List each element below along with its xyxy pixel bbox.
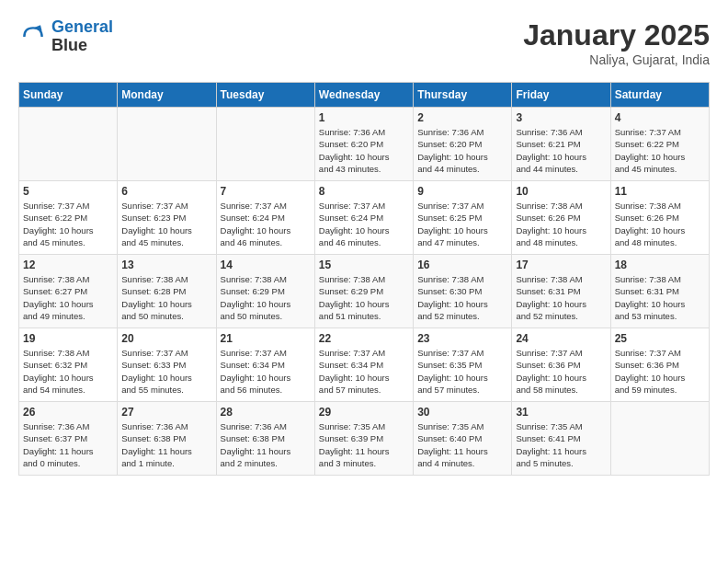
calendar-cell: 7Sunrise: 7:37 AM Sunset: 6:24 PM Daylig… bbox=[216, 181, 314, 255]
day-info: Sunrise: 7:36 AM Sunset: 6:21 PM Dayligh… bbox=[516, 126, 606, 175]
logo-text: General Blue bbox=[51, 18, 113, 55]
calendar-cell: 3Sunrise: 7:36 AM Sunset: 6:21 PM Daylig… bbox=[512, 108, 610, 181]
day-number: 27 bbox=[121, 406, 211, 419]
calendar-cell bbox=[216, 108, 314, 181]
week-row-4: 19Sunrise: 7:38 AM Sunset: 6:32 PM Dayli… bbox=[19, 328, 710, 402]
calendar-cell: 12Sunrise: 7:38 AM Sunset: 6:27 PM Dayli… bbox=[19, 255, 118, 328]
day-info: Sunrise: 7:37 AM Sunset: 6:36 PM Dayligh… bbox=[516, 347, 606, 396]
calendar-cell: 23Sunrise: 7:37 AM Sunset: 6:35 PM Dayli… bbox=[414, 328, 512, 402]
calendar-table: SundayMondayTuesdayWednesdayThursdayFrid… bbox=[18, 82, 710, 476]
day-info: Sunrise: 7:37 AM Sunset: 6:33 PM Dayligh… bbox=[121, 347, 211, 396]
header-tuesday: Tuesday bbox=[216, 83, 314, 108]
day-number: 10 bbox=[516, 185, 606, 198]
day-info: Sunrise: 7:35 AM Sunset: 6:41 PM Dayligh… bbox=[516, 420, 606, 469]
day-number: 20 bbox=[121, 332, 211, 345]
week-row-3: 12Sunrise: 7:38 AM Sunset: 6:27 PM Dayli… bbox=[19, 255, 710, 328]
header-sunday: Sunday bbox=[19, 83, 118, 108]
header-monday: Monday bbox=[118, 83, 216, 108]
calendar-cell bbox=[118, 108, 216, 181]
calendar-cell: 20Sunrise: 7:37 AM Sunset: 6:33 PM Dayli… bbox=[118, 328, 216, 402]
logo: General Blue bbox=[18, 18, 113, 55]
day-number: 3 bbox=[516, 111, 606, 124]
day-number: 15 bbox=[319, 259, 409, 271]
day-number: 18 bbox=[615, 259, 705, 271]
day-number: 14 bbox=[221, 259, 311, 271]
day-number: 17 bbox=[516, 259, 606, 271]
day-number: 7 bbox=[221, 185, 311, 198]
header-thursday: Thursday bbox=[414, 83, 512, 108]
logo-icon bbox=[18, 22, 48, 52]
calendar-cell: 26Sunrise: 7:36 AM Sunset: 6:37 PM Dayli… bbox=[19, 402, 118, 476]
day-number: 31 bbox=[516, 406, 606, 419]
day-number: 13 bbox=[121, 259, 211, 271]
header-friday: Friday bbox=[512, 83, 610, 108]
day-number: 5 bbox=[23, 185, 113, 198]
day-info: Sunrise: 7:37 AM Sunset: 6:25 PM Dayligh… bbox=[417, 200, 507, 248]
calendar-cell: 9Sunrise: 7:37 AM Sunset: 6:25 PM Daylig… bbox=[414, 181, 512, 255]
day-number: 21 bbox=[221, 332, 311, 345]
calendar-subtitle: Naliya, Gujarat, India bbox=[523, 52, 710, 67]
calendar-cell: 13Sunrise: 7:38 AM Sunset: 6:28 PM Dayli… bbox=[118, 255, 216, 328]
calendar-cell: 4Sunrise: 7:37 AM Sunset: 6:22 PM Daylig… bbox=[610, 108, 709, 181]
calendar-cell: 5Sunrise: 7:37 AM Sunset: 6:22 PM Daylig… bbox=[19, 181, 118, 255]
calendar-cell bbox=[19, 108, 118, 181]
day-info: Sunrise: 7:37 AM Sunset: 6:22 PM Dayligh… bbox=[615, 126, 705, 175]
day-number: 24 bbox=[516, 332, 606, 345]
calendar-cell: 21Sunrise: 7:37 AM Sunset: 6:34 PM Dayli… bbox=[216, 328, 314, 402]
calendar-cell: 16Sunrise: 7:38 AM Sunset: 6:30 PM Dayli… bbox=[414, 255, 512, 328]
day-info: Sunrise: 7:37 AM Sunset: 6:36 PM Dayligh… bbox=[615, 347, 705, 396]
day-info: Sunrise: 7:38 AM Sunset: 6:26 PM Dayligh… bbox=[615, 200, 705, 248]
day-number: 1 bbox=[319, 111, 409, 124]
day-number: 28 bbox=[221, 406, 311, 419]
day-info: Sunrise: 7:36 AM Sunset: 6:38 PM Dayligh… bbox=[221, 420, 311, 469]
day-number: 29 bbox=[319, 406, 409, 419]
day-info: Sunrise: 7:38 AM Sunset: 6:27 PM Dayligh… bbox=[23, 273, 113, 322]
day-info: Sunrise: 7:38 AM Sunset: 6:31 PM Dayligh… bbox=[516, 273, 606, 322]
calendar-title: January 2025 bbox=[523, 18, 710, 52]
week-row-5: 26Sunrise: 7:36 AM Sunset: 6:37 PM Dayli… bbox=[19, 402, 710, 476]
day-info: Sunrise: 7:35 AM Sunset: 6:39 PM Dayligh… bbox=[319, 420, 409, 469]
day-info: Sunrise: 7:36 AM Sunset: 6:20 PM Dayligh… bbox=[417, 126, 507, 175]
day-info: Sunrise: 7:38 AM Sunset: 6:31 PM Dayligh… bbox=[615, 273, 705, 322]
week-row-2: 5Sunrise: 7:37 AM Sunset: 6:22 PM Daylig… bbox=[19, 181, 710, 255]
day-number: 6 bbox=[121, 185, 211, 198]
header-saturday: Saturday bbox=[610, 83, 709, 108]
day-info: Sunrise: 7:37 AM Sunset: 6:22 PM Dayligh… bbox=[23, 200, 113, 248]
calendar-cell: 25Sunrise: 7:37 AM Sunset: 6:36 PM Dayli… bbox=[610, 328, 709, 402]
day-info: Sunrise: 7:38 AM Sunset: 6:29 PM Dayligh… bbox=[319, 273, 409, 322]
calendar-cell: 22Sunrise: 7:37 AM Sunset: 6:34 PM Dayli… bbox=[314, 328, 413, 402]
calendar-cell: 28Sunrise: 7:36 AM Sunset: 6:38 PM Dayli… bbox=[216, 402, 314, 476]
day-number: 2 bbox=[417, 111, 507, 124]
calendar-cell: 6Sunrise: 7:37 AM Sunset: 6:23 PM Daylig… bbox=[118, 181, 216, 255]
calendar-cell: 2Sunrise: 7:36 AM Sunset: 6:20 PM Daylig… bbox=[414, 108, 512, 181]
day-info: Sunrise: 7:36 AM Sunset: 6:37 PM Dayligh… bbox=[23, 420, 113, 469]
day-info: Sunrise: 7:37 AM Sunset: 6:24 PM Dayligh… bbox=[319, 200, 409, 248]
calendar-cell: 19Sunrise: 7:38 AM Sunset: 6:32 PM Dayli… bbox=[19, 328, 118, 402]
calendar-cell: 14Sunrise: 7:38 AM Sunset: 6:29 PM Dayli… bbox=[216, 255, 314, 328]
week-row-1: 1Sunrise: 7:36 AM Sunset: 6:20 PM Daylig… bbox=[19, 108, 710, 181]
day-number: 4 bbox=[615, 111, 705, 124]
day-info: Sunrise: 7:36 AM Sunset: 6:38 PM Dayligh… bbox=[121, 420, 211, 469]
day-info: Sunrise: 7:37 AM Sunset: 6:35 PM Dayligh… bbox=[417, 347, 507, 396]
day-info: Sunrise: 7:38 AM Sunset: 6:26 PM Dayligh… bbox=[516, 200, 606, 248]
day-number: 12 bbox=[23, 259, 113, 271]
day-info: Sunrise: 7:35 AM Sunset: 6:40 PM Dayligh… bbox=[417, 420, 507, 469]
calendar-cell: 31Sunrise: 7:35 AM Sunset: 6:41 PM Dayli… bbox=[512, 402, 610, 476]
day-info: Sunrise: 7:38 AM Sunset: 6:28 PM Dayligh… bbox=[121, 273, 211, 322]
day-info: Sunrise: 7:38 AM Sunset: 6:32 PM Dayligh… bbox=[23, 347, 113, 396]
day-info: Sunrise: 7:38 AM Sunset: 6:29 PM Dayligh… bbox=[221, 273, 311, 322]
day-number: 9 bbox=[417, 185, 507, 198]
title-block: January 2025 Naliya, Gujarat, India bbox=[523, 18, 710, 67]
calendar-cell: 30Sunrise: 7:35 AM Sunset: 6:40 PM Dayli… bbox=[414, 402, 512, 476]
calendar-cell: 8Sunrise: 7:37 AM Sunset: 6:24 PM Daylig… bbox=[314, 181, 413, 255]
calendar-cell: 15Sunrise: 7:38 AM Sunset: 6:29 PM Dayli… bbox=[314, 255, 413, 328]
page-header: General Blue January 2025 Naliya, Gujara… bbox=[18, 18, 710, 67]
calendar-header-row: SundayMondayTuesdayWednesdayThursdayFrid… bbox=[19, 83, 710, 108]
day-number: 8 bbox=[319, 185, 409, 198]
day-info: Sunrise: 7:37 AM Sunset: 6:24 PM Dayligh… bbox=[221, 200, 311, 248]
calendar-cell: 27Sunrise: 7:36 AM Sunset: 6:38 PM Dayli… bbox=[118, 402, 216, 476]
calendar-cell: 10Sunrise: 7:38 AM Sunset: 6:26 PM Dayli… bbox=[512, 181, 610, 255]
day-info: Sunrise: 7:38 AM Sunset: 6:30 PM Dayligh… bbox=[417, 273, 507, 322]
calendar-cell: 24Sunrise: 7:37 AM Sunset: 6:36 PM Dayli… bbox=[512, 328, 610, 402]
day-number: 22 bbox=[319, 332, 409, 345]
